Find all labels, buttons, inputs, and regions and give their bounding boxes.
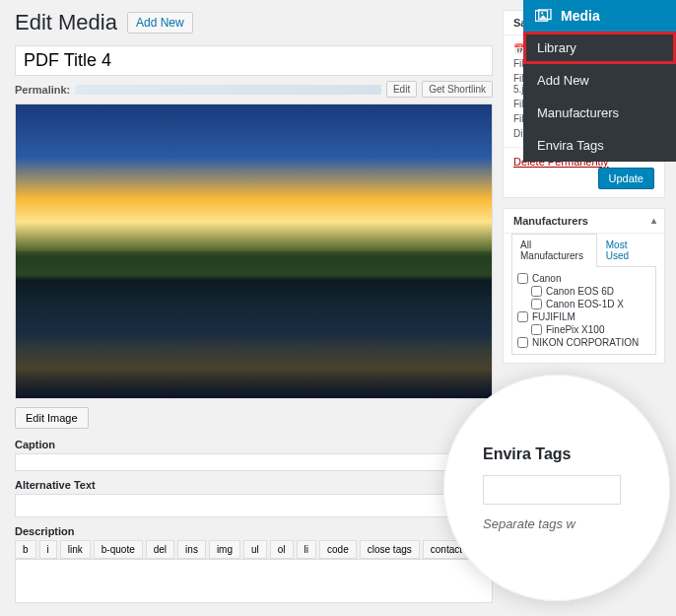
checkbox-canon[interactable] [517,273,528,284]
alt-text-input[interactable] [15,494,493,517]
tab-most-used[interactable]: Most Used [597,234,656,266]
editor-btn-img[interactable]: img [209,540,240,559]
editor-toolbar: b i link b-quote del ins img ul ol li co… [15,540,493,559]
get-shortlink-button[interactable]: Get Shortlink [422,81,493,98]
editor-btn-close[interactable]: close tags [360,540,420,559]
admin-submenu: Media Library Add New Manufacturers Envi… [523,0,676,162]
editor-btn-bquote[interactable]: b-quote [94,540,143,559]
checkbox-fujifilm[interactable] [517,311,528,322]
editor-btn-ul[interactable]: ul [243,540,267,559]
envira-tags-input[interactable] [483,475,621,505]
checkbox-finepix[interactable] [531,324,542,335]
update-button[interactable]: Update [598,168,654,189]
list-item: Canon EOS-1D X [517,298,650,310]
page-title: Edit Media [15,10,117,35]
menu-item-library[interactable]: Library [523,32,676,64]
list-item: Canon EOS 6D [517,285,650,298]
tab-all-manufacturers[interactable]: All Manufacturers [511,234,597,267]
description-label: Description [15,525,493,537]
collapse-icon[interactable]: ▴ [651,215,656,226]
envira-tags-hint: Separate tags w [483,516,575,531]
caption-label: Caption [15,439,493,450]
editor-btn-code[interactable]: code [319,540,357,559]
media-icon [535,9,553,23]
editor-btn-del[interactable]: del [146,540,174,559]
editor-btn-link[interactable]: link [60,540,91,559]
caption-input[interactable] [15,453,493,471]
media-preview-image [15,103,493,399]
alt-text-label: Alternative Text [15,479,493,491]
add-new-button[interactable]: Add New [127,12,193,34]
menu-item-envira-tags[interactable]: Envira Tags [523,129,676,162]
manufacturers-title: Manufacturers ▴ [504,209,664,234]
list-item: NIKON CORPORATION [517,336,650,349]
permalink-edit-button[interactable]: Edit [386,81,417,98]
svg-point-2 [541,12,543,14]
checkbox-canon-eos6d[interactable] [531,286,542,297]
list-item: FinePix X100 [517,323,650,336]
editor-btn-li[interactable]: li [297,540,316,559]
list-item: Canon [517,272,650,285]
manufacturers-metabox: Manufacturers ▴ All Manufacturers Most U… [503,208,665,364]
manufacturers-list[interactable]: Canon Canon EOS 6D Canon EOS-1D X FUJIFI… [511,267,656,355]
menu-item-manufacturers[interactable]: Manufacturers [523,97,676,129]
checkbox-canon-eos1dx[interactable] [531,299,542,309]
editor-btn-ol[interactable]: ol [270,540,294,559]
editor-btn-i[interactable]: i [39,540,57,559]
envira-tags-title: Envira Tags [483,445,572,463]
description-editor[interactable] [15,559,493,603]
edit-image-button[interactable]: Edit Image [15,407,89,429]
post-title-input[interactable] [15,45,493,76]
menu-header-media[interactable]: Media [523,0,676,32]
menu-item-add-new[interactable]: Add New [523,64,676,97]
editor-btn-ins[interactable]: ins [177,540,206,559]
checkbox-nikon[interactable] [517,337,528,348]
permalink-url [75,85,381,95]
editor-btn-b[interactable]: b [15,540,36,559]
list-item: FUJIFILM [517,310,650,323]
permalink-label: Permalink: [15,84,70,96]
zoom-callout: Envira Tags Separate tags w [443,375,670,601]
